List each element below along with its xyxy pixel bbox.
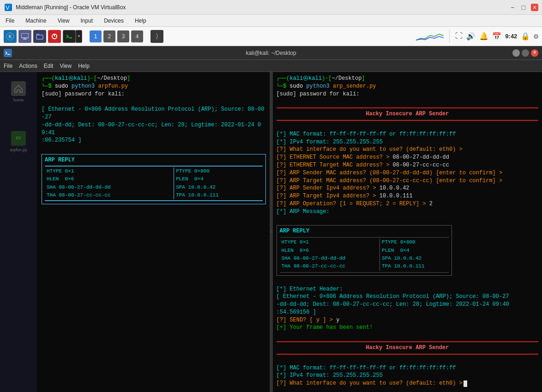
svg-rect-7 <box>36 35 43 39</box>
kali-menu-edit[interactable]: Edit <box>44 63 54 69</box>
vbox-maximize-button[interactable]: □ <box>520 4 527 11</box>
right-ipv4-format: [*] IPv4 format: 255.255.255.255 <box>277 138 539 146</box>
left-arp-table: HTYPE 0×1 PTYPE 0×800 HLEN 0×6 PLEN 0×4 … <box>45 167 263 200</box>
right-arp-target-mac: [?] ARP Target MAC address? (08-00-27-cc… <box>277 177 539 185</box>
svg-text:K: K <box>9 34 12 39</box>
right-eth-src: [?] ETHERNET Source MAC address? > 08-00… <box>277 154 539 161</box>
left-prompt-line: ┌──(kali㉿kali)-[~/Desktop] <box>42 75 266 83</box>
workspace-4-button[interactable]: 4 <box>131 30 143 42</box>
red-separator-3 <box>277 341 539 342</box>
kali-window-controls: × <box>512 49 538 57</box>
right-sent-msg: [+] Your frame has been sent! <box>277 324 539 332</box>
vbox-menu-input[interactable]: Input <box>78 17 96 25</box>
notification-icon[interactable]: 🔔 <box>479 32 488 41</box>
red-separator-2 <box>277 120 539 121</box>
vbox-toolbar: K ▼ 1 2 3 4 ⟩ <box>0 27 542 46</box>
table-row: THA 08-00-27-cc-cc-cc TPA 10.0.0.111 <box>280 262 449 270</box>
right-arp-sender-ip: [?] ARP Sender Ipv4 address? > 10.0.0.42 <box>277 184 539 192</box>
kali-menu-actions[interactable]: Actions <box>19 63 37 69</box>
table-row: SHA 08-00-27-dd-dd-dd SPA 10.0.0.42 <box>280 255 449 262</box>
vbox-menu-help[interactable]: Help <box>132 17 149 25</box>
table-row: HLEN 0×6 PLEN 0×4 <box>45 175 263 183</box>
vbox-menu-machine[interactable]: Machine <box>23 17 49 25</box>
desktop-icon-home: home <box>11 81 26 103</box>
hacky-title-2: Hacky Insecure ARP Sender <box>277 344 539 352</box>
status-area: ⛶ 🔊 🔔 📅 9:42 🔒 ⚙ <box>416 30 538 43</box>
audio-icon[interactable]: 🔊 <box>466 32 476 41</box>
network-chart-icon <box>416 32 444 41</box>
right-arp-sender-mac: [?] ARP Sender MAC address? (08-00-27-dd… <box>277 169 539 177</box>
terminal-cursor <box>464 380 467 387</box>
red-icon-button[interactable] <box>48 30 61 43</box>
table-row: THA 08-00-27-cc-cc-cc TPA 10.0.0.111 <box>45 191 263 199</box>
kali-menu-view[interactable]: View <box>60 63 72 69</box>
right-arp-box: ARP REPLY HTYPE 0×1 PTYPE 0×800 HLEN 0×6… <box>277 225 452 275</box>
right-ipv4-format-2: [*] IPv4 format: 255.255.255.255 <box>277 372 539 380</box>
left-arp-box: ARP REPLY HTYPE 0×1 PTYPE 0×800 HLEN 0×6… <box>42 154 266 204</box>
settings-icon[interactable]: ⚙ <box>534 32 538 41</box>
right-prompt-line: ┌──(kali㉿kali)-[~/Desktop] <box>277 75 539 83</box>
vbox-close-button[interactable]: × <box>531 4 538 11</box>
file-manager-button[interactable] <box>33 30 46 43</box>
terminal-dropdown-button[interactable]: ▼ <box>76 30 82 43</box>
kali-close-button[interactable]: × <box>531 49 538 57</box>
desktop-icon-arpfun: py arpfun.py <box>10 131 27 153</box>
right-arp-target-ip: [?] ARP Target Ipv4 address? > 10.0.0.11… <box>277 192 539 200</box>
right-mac-format: [*] MAC format: ff-ff-ff-ff-ff-ff or ff:… <box>277 131 539 138</box>
left-arp-title: ARP REPLY <box>45 156 263 164</box>
workspace-extra-button[interactable]: ⟩ <box>151 30 163 43</box>
left-sudo-prompt: [sudo] password for kali: <box>42 90 266 98</box>
clock: 9:42 <box>505 33 517 40</box>
calendar-icon[interactable]: 📅 <box>492 32 501 41</box>
svg-text:V: V <box>6 4 10 11</box>
right-arp-message-label: [*] ARP Message: <box>277 208 539 216</box>
vbox-window-controls: − □ × <box>509 4 538 11</box>
desktop-switcher-button[interactable] <box>18 30 31 43</box>
kali-minimize-button[interactable] <box>512 49 520 57</box>
svg-rect-4 <box>21 33 29 38</box>
right-eth-header-line: [ Ethernet - 0×806 Address Resolution Pr… <box>277 293 539 316</box>
right-arp-table: HTYPE 0×1 PTYPE 0×800 HLEN 0×6 PLEN 0×4 … <box>280 238 449 271</box>
fullscreen-icon[interactable]: ⛶ <box>455 32 463 41</box>
terminal-icon-button[interactable] <box>63 30 76 43</box>
right-terminal-pane[interactable]: ┌──(kali㉿kali)-[~/Desktop] └─$ sudo pyth… <box>273 72 542 392</box>
workspace-2-button[interactable]: 2 <box>103 30 115 42</box>
kali-menu-help[interactable]: Help <box>78 63 90 69</box>
red-separator-1 <box>277 107 539 108</box>
table-row: HTYPE 0×1 PTYPE 0×800 <box>45 167 263 175</box>
workspace-3-button[interactable]: 3 <box>117 30 129 42</box>
right-final-prompt: [?] What interface do you want to use? (… <box>277 380 539 387</box>
vbox-icon: V <box>4 3 13 12</box>
vbox-titlebar: V Middleman [Running] - Oracle VM Virtua… <box>0 0 542 15</box>
right-iface-prompt: [?] What interface do you want to use? (… <box>277 146 539 154</box>
terminal-area: home py arpfun.py ┌──(kali㉿kali)-[~/Desk… <box>0 72 542 392</box>
table-row: SHA 08-00-27-dd-dd-dd SPA 10.0.0.42 <box>45 184 263 191</box>
kali-window: kali@kali: ~/Desktop × File Actions Edit… <box>0 46 542 392</box>
kali-menu-file[interactable]: File <box>4 63 12 69</box>
left-ethernet-line: [ Ethernet - 0×806 Address Resolution Pr… <box>42 106 266 144</box>
right-sudo-prompt: [sudo] password for kali: <box>277 90 539 98</box>
right-arp-title: ARP REPLY <box>280 227 449 235</box>
lock-icon[interactable]: 🔒 <box>521 32 530 41</box>
left-command-line: └─$ sudo python3 arpfun.py <box>42 83 266 90</box>
vbox-menu-file[interactable]: File <box>3 17 17 25</box>
right-arp-operation: [?] ARP Operation? [1 = REQUEST; 2 = REP… <box>277 200 539 208</box>
right-command-line: └─$ sudo python3 arp_sender.py <box>277 83 539 90</box>
kali-maximize-button[interactable] <box>522 49 529 57</box>
hacky-title-1: Hacky Insecure ARP Sender <box>277 110 539 118</box>
left-terminal-pane[interactable]: home py arpfun.py ┌──(kali㉿kali)-[~/Desk… <box>0 72 270 392</box>
right-send-prompt: [?] SEND? [ y ] > y <box>277 316 539 324</box>
kali-window-icon <box>4 49 12 57</box>
right-mac-format-2: [*] MAC format: ff-ff-ff-ff-ff-ff or ff:… <box>277 364 539 372</box>
workspace-1-button[interactable]: 1 <box>90 30 102 42</box>
kali-icon-button[interactable]: K <box>4 30 17 43</box>
vbox-minimize-button[interactable]: − <box>509 4 516 11</box>
table-row: HLEN 0×6 PLEN 0×4 <box>280 247 449 255</box>
kali-app-menu: File Actions Edit View Help <box>0 60 542 72</box>
red-separator-4 <box>277 354 539 355</box>
table-row: HTYPE 0×1 PTYPE 0×800 <box>280 238 449 246</box>
right-eth-header-label: [*] Ethernet Header: <box>277 285 539 293</box>
vbox-menubar: File Machine View Input Devices Help <box>0 15 542 27</box>
vbox-menu-view[interactable]: View <box>55 17 72 25</box>
vbox-menu-devices[interactable]: Devices <box>101 17 126 25</box>
